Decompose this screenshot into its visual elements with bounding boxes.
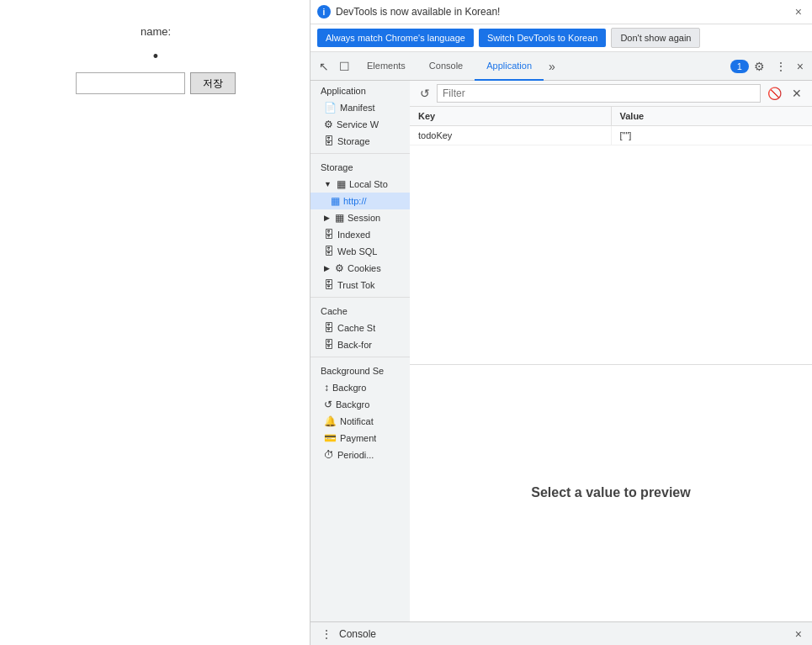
- close-info-button[interactable]: ×: [792, 5, 805, 19]
- indexed-db-label: Indexed: [337, 230, 370, 240]
- cache-storage-icon: 🗄: [324, 322, 334, 334]
- main-content: Application 📄 Manifest ⚙ Service W 🗄 Sto…: [310, 81, 812, 621]
- name-dot: •: [153, 48, 158, 66]
- devtools-close-button[interactable]: ×: [792, 56, 809, 77]
- match-language-button[interactable]: Always match Chrome's language: [317, 29, 474, 47]
- name-label: name:: [141, 25, 171, 38]
- switch-korean-button[interactable]: Switch DevTools to Korean: [479, 29, 606, 47]
- webpage-area: name: • 저장: [0, 0, 311, 645]
- sidebar-item-web-sql[interactable]: 🗄 Web SQL: [310, 243, 410, 260]
- settings-button[interactable]: ⚙: [749, 56, 770, 77]
- table-header: Key Value: [410, 107, 812, 126]
- sidebar-item-notifications[interactable]: 🔔 Notificat: [310, 413, 410, 430]
- sidebar-item-trust-tokens[interactable]: 🗄 Trust Tok: [310, 277, 410, 293]
- bottom-close-button[interactable]: ×: [792, 626, 805, 642]
- sidebar-item-payment-handler[interactable]: 💳 Payment: [310, 430, 410, 447]
- trust-tokens-label: Trust Tok: [337, 280, 375, 290]
- info-message: DevTools is now available in Korean!: [336, 6, 500, 18]
- bottom-menu-icon: ⋮: [321, 627, 332, 641]
- tab-application[interactable]: Application: [475, 52, 544, 81]
- table-row[interactable]: todoKey [""]: [410, 126, 812, 145]
- bottom-menu-button[interactable]: ⋮: [317, 626, 336, 642]
- section-application: Application: [310, 81, 410, 99]
- form-input-row: 저장: [76, 72, 236, 94]
- refresh-icon: ↺: [420, 87, 430, 100]
- periodic-sync-label: Periodi...: [337, 450, 374, 460]
- name-row: name:: [141, 25, 171, 38]
- tab-elements[interactable]: Elements: [355, 52, 417, 81]
- filter-x-icon: ✕: [792, 87, 802, 100]
- cell-value: [""]: [612, 126, 813, 145]
- service-worker-icon: ⚙: [324, 119, 333, 130]
- bottom-bar: ⋮ Console ×: [310, 621, 812, 645]
- manifest-label: Manifest: [340, 103, 375, 113]
- menu-button[interactable]: ⋮: [770, 56, 792, 77]
- sidebar-item-storage-main[interactable]: 🗄 Storage: [310, 133, 410, 150]
- bottom-close-icon: ×: [795, 627, 802, 641]
- background-sync-icon: ↺: [324, 399, 332, 410]
- cell-key: todoKey: [410, 126, 612, 145]
- bottom-console-label: Console: [339, 628, 376, 640]
- local-storage-icon: ▦: [337, 178, 346, 190]
- filter-clear-button[interactable]: 🚫: [764, 85, 785, 102]
- session-expand-icon: ▶: [324, 214, 330, 222]
- divider-3: [310, 357, 410, 357]
- tab-more-button[interactable]: »: [544, 56, 560, 77]
- filter-refresh-button[interactable]: ↺: [417, 85, 433, 102]
- cookies-label: Cookies: [348, 263, 381, 273]
- section-cache: Cache: [310, 301, 410, 320]
- cursor-icon-button[interactable]: ↖: [314, 56, 334, 77]
- save-button[interactable]: 저장: [190, 72, 236, 94]
- storage-main-label: Storage: [337, 136, 370, 146]
- name-input[interactable]: [76, 72, 185, 94]
- sidebar-item-service-worker[interactable]: ⚙ Service W: [310, 116, 410, 133]
- trust-tokens-icon: 🗄: [324, 279, 334, 291]
- cookies-expand-icon: ▶: [324, 264, 330, 272]
- storage-main-icon: 🗄: [324, 135, 334, 147]
- tab-console[interactable]: Console: [417, 52, 475, 81]
- manifest-icon: 📄: [324, 102, 337, 114]
- cookies-icon: ⚙: [335, 262, 344, 274]
- notification-button[interactable]: 1: [730, 60, 749, 73]
- background-fetch-label: Backgro: [332, 383, 366, 393]
- sidebar-item-periodic-sync[interactable]: ⏱ Periodi...: [310, 447, 410, 463]
- sidebar-item-background-sync[interactable]: ↺ Backgro: [310, 396, 410, 413]
- session-label: Session: [348, 213, 380, 223]
- data-table: Key Value todoKey [""]: [410, 107, 812, 364]
- web-sql-icon: 🗄: [324, 246, 334, 257]
- service-worker-label: Service W: [337, 119, 379, 130]
- notifications-icon: 🔔: [324, 415, 337, 427]
- tabs-bar: ↖ ☐ Elements Console Application » 1 ⚙ ⋮…: [310, 52, 812, 81]
- sidebar-item-local-storage-group[interactable]: ▼ ▦ Local Sto: [310, 176, 410, 193]
- sidebar-item-manifest[interactable]: 📄 Manifest: [310, 99, 410, 116]
- close-icon: ×: [797, 60, 804, 73]
- filter-x-button[interactable]: ✕: [788, 85, 805, 102]
- sidebar-item-indexed-db[interactable]: 🗄 Indexed: [310, 226, 410, 243]
- sidebar-wrapper: Application 📄 Manifest ⚙ Service W 🗄 Sto…: [310, 81, 410, 621]
- sidebar-item-session-storage[interactable]: ▶ ▦ Session: [310, 209, 410, 226]
- filter-input[interactable]: [437, 84, 761, 103]
- periodic-sync-icon: ⏱: [324, 449, 334, 461]
- divider-1: [310, 153, 410, 154]
- filter-bar: ↺ 🚫 ✕: [410, 81, 812, 107]
- sidebar-item-background-fetch[interactable]: ↕ Backgro: [310, 379, 410, 396]
- device-icon: ☐: [339, 60, 350, 73]
- col-value: Value: [612, 107, 813, 125]
- filter-block-icon: 🚫: [767, 87, 782, 100]
- back-forward-label: Back-for: [337, 340, 372, 350]
- sidebar-item-cookies[interactable]: ▶ ⚙ Cookies: [310, 260, 410, 277]
- sidebar-item-back-forward[interactable]: 🗄 Back-for: [310, 336, 410, 353]
- dont-show-button[interactable]: Don't show again: [611, 28, 700, 48]
- buttons-bar: Always match Chrome's language Switch De…: [310, 24, 812, 52]
- right-panel: ↺ 🚫 ✕ Key Value todoKey [""]: [410, 81, 812, 621]
- http-label: http://: [343, 196, 367, 206]
- device-icon-button[interactable]: ☐: [334, 56, 355, 77]
- http-icon: ▦: [331, 195, 340, 207]
- background-sync-label: Backgro: [336, 399, 369, 410]
- sidebar-item-cache-storage[interactable]: 🗄 Cache St: [310, 320, 410, 336]
- back-forward-icon: 🗄: [324, 339, 334, 351]
- sidebar-item-http[interactable]: ▦ http://: [310, 193, 410, 209]
- payment-handler-label: Payment: [340, 433, 376, 443]
- notifications-label: Notificat: [340, 416, 374, 426]
- payment-handler-icon: 💳: [324, 432, 337, 444]
